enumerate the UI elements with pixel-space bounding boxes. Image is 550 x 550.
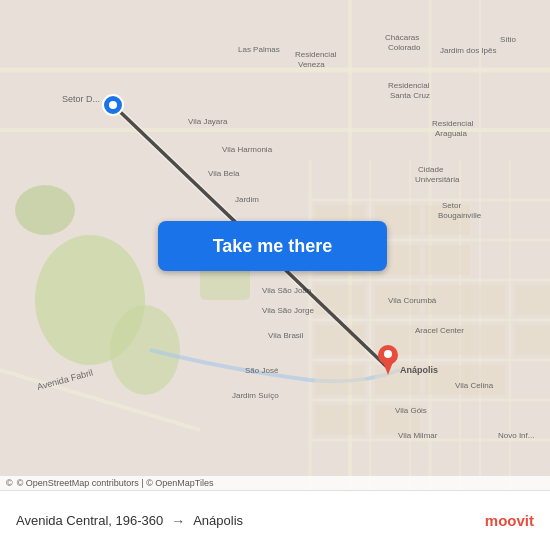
svg-text:Cidade: Cidade xyxy=(418,165,444,174)
svg-text:Aracel Center: Aracel Center xyxy=(415,326,464,335)
svg-point-2 xyxy=(110,305,180,395)
svg-text:Anápolis: Anápolis xyxy=(400,365,438,375)
svg-text:Vila Góis: Vila Góis xyxy=(395,406,427,415)
svg-rect-38 xyxy=(425,245,470,275)
svg-text:Santa Cruz: Santa Cruz xyxy=(390,91,430,100)
moovit-logo: moovit xyxy=(485,512,534,529)
svg-rect-35 xyxy=(315,405,365,435)
svg-text:Setor: Setor xyxy=(442,201,461,210)
route-info: Avenida Central, 196-360 → Anápolis xyxy=(16,513,485,529)
route-arrow-icon: → xyxy=(171,513,185,529)
svg-text:Chácaras: Chácaras xyxy=(385,33,419,42)
svg-text:Residencial: Residencial xyxy=(432,119,474,128)
moovit-brand-text: moovit xyxy=(485,512,534,529)
svg-text:Setor D...: Setor D... xyxy=(62,94,100,104)
take-me-there-button[interactable]: Take me there xyxy=(158,221,387,271)
map-attribution: © © OpenStreetMap contributors | © OpenM… xyxy=(0,476,550,490)
svg-text:Jardim: Jardim xyxy=(235,195,259,204)
svg-text:Las Palmas: Las Palmas xyxy=(238,45,280,54)
svg-text:Novo Inf...: Novo Inf... xyxy=(498,431,534,440)
svg-point-82 xyxy=(109,101,117,109)
svg-rect-33 xyxy=(315,365,365,395)
svg-text:Residencial: Residencial xyxy=(295,50,337,59)
origin-label: Avenida Central, 196-360 xyxy=(16,513,163,528)
svg-text:Jardim dos Ipês: Jardim dos Ipês xyxy=(440,46,496,55)
svg-point-4 xyxy=(15,185,75,235)
svg-text:Araguaia: Araguaia xyxy=(435,129,468,138)
svg-text:São José: São José xyxy=(245,366,279,375)
svg-point-85 xyxy=(384,350,392,358)
destination-label: Anápolis xyxy=(193,513,243,528)
attribution-text: © OpenStreetMap contributors | © OpenMap… xyxy=(17,478,214,488)
svg-rect-45 xyxy=(515,285,550,315)
svg-text:Vila Celina: Vila Celina xyxy=(455,381,494,390)
svg-text:Veneza: Veneza xyxy=(298,60,325,69)
svg-text:Residencial: Residencial xyxy=(388,81,430,90)
svg-text:Vila Milmar: Vila Milmar xyxy=(398,431,438,440)
svg-text:Vila Bela: Vila Bela xyxy=(208,169,240,178)
svg-rect-44 xyxy=(465,365,505,395)
bottom-bar: Avenida Central, 196-360 → Anápolis moov… xyxy=(0,490,550,550)
svg-rect-29 xyxy=(315,285,365,315)
svg-text:Vila São Jorge: Vila São Jorge xyxy=(262,306,314,315)
map-container: Setor D... Las Palmas Residencial Veneza… xyxy=(0,0,550,490)
svg-text:Jardim Suíço: Jardim Suíço xyxy=(232,391,279,400)
svg-text:Colorado: Colorado xyxy=(388,43,421,52)
svg-text:Vila Brasil: Vila Brasil xyxy=(268,331,304,340)
svg-text:Sítio: Sítio xyxy=(500,35,517,44)
svg-text:Bougainville: Bougainville xyxy=(438,211,482,220)
svg-rect-46 xyxy=(515,325,550,355)
svg-text:Vila Corumbá: Vila Corumbá xyxy=(388,296,437,305)
svg-text:Vila Harmonia: Vila Harmonia xyxy=(222,145,273,154)
svg-text:Universitária: Universitária xyxy=(415,175,460,184)
svg-rect-42 xyxy=(465,285,505,315)
copyright-icon: © xyxy=(6,478,13,488)
svg-rect-43 xyxy=(465,325,505,355)
svg-text:Vila Jayara: Vila Jayara xyxy=(188,117,228,126)
